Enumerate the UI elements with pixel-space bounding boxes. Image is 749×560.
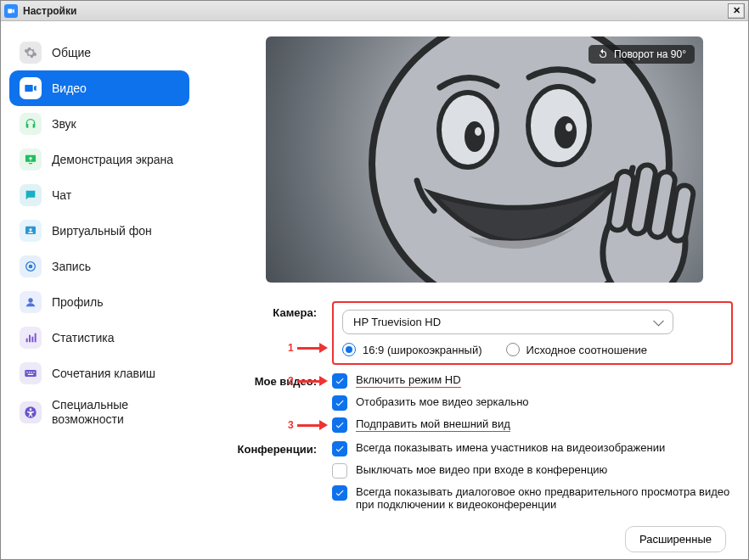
svg-point-17	[555, 116, 577, 148]
sidebar-item-label: Звук	[52, 117, 76, 132]
advanced-button[interactable]: Расширенные	[625, 526, 726, 552]
record-icon	[20, 255, 42, 277]
sidebar-item-chat[interactable]: Чат	[9, 177, 189, 213]
sidebar: ОбщиеВидеоЗвукДемонстрация экранаЧатВирт…	[1, 21, 198, 559]
sidebar-item-label: Чат	[52, 188, 71, 203]
window-title: Настройки	[23, 5, 76, 17]
camera-selected: HP Truevision HD	[353, 316, 441, 328]
svg-point-4	[28, 298, 32, 302]
sidebar-item-label: Видео	[52, 81, 87, 96]
stats-icon	[20, 327, 42, 349]
screenshare-icon	[20, 148, 42, 171]
profile-icon	[20, 291, 42, 313]
radio-icon	[506, 343, 520, 356]
app-icon	[4, 4, 18, 18]
option-label: Выключать мое видео при входе в конферен…	[356, 463, 607, 476]
aspect-wide-radio[interactable]: 16:9 (широкоэкранный)	[342, 343, 482, 356]
checkbox-icon	[332, 485, 347, 501]
option-sections-conf-options-2[interactable]: Всегда показывать диалоговое окно предва…	[332, 485, 733, 511]
svg-rect-6	[26, 372, 27, 372]
sidebar-item-label: Специальные возможности	[52, 398, 179, 427]
preview-face-illustration	[266, 36, 703, 283]
aspect-original-label: Исходное соотношение	[527, 344, 648, 356]
option-label: Всегда показывать имена участников на ви…	[356, 441, 665, 454]
sidebar-item-label: Общие	[52, 46, 91, 60]
video-icon	[20, 77, 42, 99]
annotation-2: 2	[288, 375, 328, 387]
sidebar-item-screenshare[interactable]: Демонстрация экрана	[9, 142, 189, 177]
option-sections-myvideo-options-0[interactable]: Включить режим HD	[332, 373, 733, 389]
option-label: Всегда показывать диалоговое окно предва…	[356, 485, 733, 511]
keyboard-icon	[20, 362, 42, 384]
option-label: Подправить мой внешний вид	[356, 417, 510, 430]
close-button[interactable]: ✕	[728, 3, 745, 19]
annotation-3: 3	[288, 419, 328, 431]
accessibility-icon	[20, 401, 42, 423]
sidebar-item-accessibility[interactable]: Специальные возможности	[9, 391, 189, 434]
sidebar-item-keyboard[interactable]: Сочетания клавиш	[9, 356, 189, 391]
checkbox-icon	[332, 395, 347, 411]
aspect-original-radio[interactable]: Исходное соотношение	[506, 343, 648, 356]
option-label: Включить режим HD	[356, 373, 461, 386]
rotate-label: Поворот на 90°	[614, 48, 686, 60]
sidebar-item-background[interactable]: Виртуальный фон	[9, 213, 189, 249]
radio-icon	[342, 343, 356, 356]
checkbox-icon	[332, 463, 347, 479]
checkbox-icon	[332, 441, 347, 456]
titlebar: Настройки ✕	[1, 1, 748, 21]
sidebar-item-label: Сочетания клавиш	[52, 367, 155, 381]
conf-label: Конференции:	[206, 438, 317, 456]
rotate-button[interactable]: Поворот на 90°	[588, 45, 695, 64]
svg-point-3	[29, 265, 33, 269]
rotate-icon	[597, 48, 609, 60]
option-label: Отобразить мое видео зеркально	[356, 395, 529, 408]
sidebar-item-video[interactable]: Видео	[9, 70, 189, 106]
option-sections-myvideo-options-1[interactable]: Отобразить мое видео зеркально	[332, 395, 733, 411]
sidebar-item-label: Статистика	[52, 331, 115, 345]
svg-point-16	[465, 121, 485, 152]
svg-point-12	[30, 408, 32, 411]
sidebar-item-profile[interactable]: Профиль	[9, 284, 189, 320]
svg-rect-8	[31, 372, 32, 372]
chat-icon	[20, 184, 42, 206]
video-preview: Поворот на 90°	[266, 36, 703, 283]
background-icon	[20, 220, 42, 242]
camera-label: Камера:	[206, 301, 317, 319]
svg-point-18	[475, 127, 482, 136]
camera-dropdown[interactable]: HP Truevision HD	[342, 310, 673, 334]
option-sections-conf-options-0[interactable]: Всегда показывать имена участников на ви…	[332, 441, 733, 456]
camera-panel-highlight: HP Truevision HD 16:9 (широкоэкранный) И…	[332, 301, 733, 365]
svg-rect-9	[33, 372, 34, 372]
sidebar-item-stats[interactable]: Статистика	[9, 320, 189, 356]
gear-icon	[20, 42, 42, 64]
checkbox-icon	[332, 417, 347, 433]
svg-rect-7	[29, 372, 30, 372]
sidebar-item-gear[interactable]: Общие	[9, 35, 189, 70]
option-sections-conf-options-1[interactable]: Выключать мое видео при входе в конферен…	[332, 463, 733, 479]
headphones-icon	[20, 113, 42, 135]
svg-point-19	[566, 123, 572, 132]
sidebar-item-label: Запись	[52, 260, 91, 274]
sidebar-item-headphones[interactable]: Звук	[9, 106, 189, 142]
sidebar-item-label: Демонстрация экрана	[52, 153, 173, 167]
checkbox-icon	[332, 373, 347, 389]
option-sections-myvideo-options-2[interactable]: Подправить мой внешний вид	[332, 417, 733, 433]
aspect-wide-label: 16:9 (широкоэкранный)	[363, 344, 482, 356]
settings-window: Настройки ✕ ОбщиеВидеоЗвукДемонстрация э…	[0, 0, 749, 560]
main-panel: Поворот на 90° Камера: HP Truevision HD	[198, 21, 748, 559]
svg-rect-5	[25, 370, 36, 377]
svg-rect-10	[28, 374, 34, 375]
sidebar-item-label: Профиль	[52, 295, 103, 310]
annotation-1: 1	[288, 342, 328, 354]
svg-point-1	[30, 228, 32, 231]
sidebar-item-label: Виртуальный фон	[52, 224, 152, 238]
sidebar-item-record[interactable]: Запись	[9, 249, 189, 284]
